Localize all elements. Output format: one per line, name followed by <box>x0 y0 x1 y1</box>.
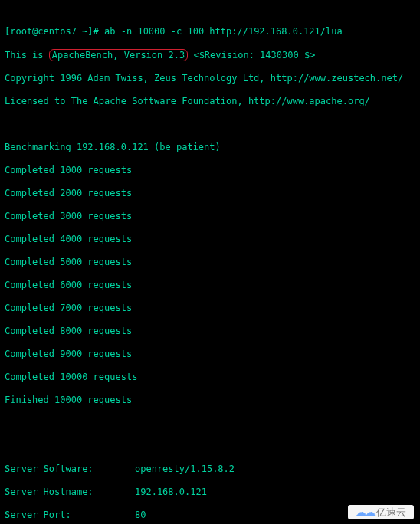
progress-line: Completed 4000 requests <box>5 234 415 245</box>
progress-line: Finished 10000 requests <box>5 395 415 406</box>
progress-line: Completed 9000 requests <box>5 349 415 360</box>
shell-prompt-line[interactable]: [root@centos7 ~]# ab -n 10000 -c 100 htt… <box>5 26 415 38</box>
blank-line <box>5 418 415 429</box>
server-software: Server Software:openresty/1.15.8.2 <box>5 463 415 475</box>
progress-line: Completed 10000 requests <box>5 372 415 383</box>
terminal-window: [root@centos7 ~]# ab -n 10000 -c 100 htt… <box>0 0 420 524</box>
shell-prompt: [root@centos7 ~]# <box>5 26 99 37</box>
progress-line: Completed 8000 requests <box>5 326 415 337</box>
progress-line: Completed 1000 requests <box>5 165 415 176</box>
ab-version-highlight: ApacheBench, Version 2.3 <box>49 49 188 61</box>
progress-line: Completed 7000 requests <box>5 303 415 314</box>
blank-line <box>5 119 415 130</box>
watermark-badge: ☁☁ 亿速云 <box>348 505 414 519</box>
licensed-line: Licensed to The Apache Software Foundati… <box>5 96 415 107</box>
server-hostname: Server Hostname:192.168.0.121 <box>5 486 415 498</box>
progress-line: Completed 5000 requests <box>5 257 415 268</box>
watermark-text: 亿速云 <box>376 506 406 518</box>
ab-version-line: This is ApacheBench, Version 2.3 <$Revis… <box>5 49 415 61</box>
cloud-icon: ☁☁ <box>356 506 374 518</box>
copyright-line: Copyright 1996 Adam Twiss, Zeus Technolo… <box>5 73 415 84</box>
progress-line: Completed 3000 requests <box>5 211 415 222</box>
shell-command: ab -n 10000 -c 100 http://192.168.0.121/… <box>104 26 343 37</box>
blank-line <box>5 440 415 452</box>
benchmarking-heading: Benchmarking 192.168.0.121 (be patient) <box>5 142 415 153</box>
progress-line: Completed 2000 requests <box>5 188 415 199</box>
progress-line: Completed 6000 requests <box>5 280 415 291</box>
